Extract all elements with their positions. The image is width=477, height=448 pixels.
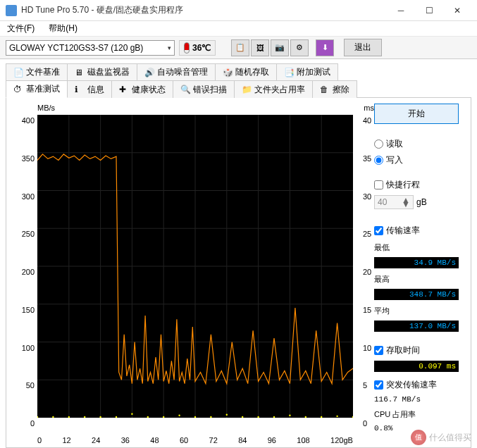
- content: MB/s ms 050100150200250300350400 0510152…: [6, 97, 471, 448]
- svg-point-16: [37, 416, 38, 418]
- svg-point-20: [99, 416, 101, 418]
- svg-point-34: [321, 416, 322, 418]
- close-button[interactable]: ✕: [443, 1, 471, 20]
- menu-help[interactable]: 帮助(H): [44, 21, 82, 36]
- max-label: 最高: [374, 274, 459, 285]
- copy-screenshot-button[interactable]: 🖼: [251, 39, 269, 56]
- svg-point-31: [273, 416, 275, 418]
- trash-icon: 🗑: [320, 85, 330, 94]
- dropdown-icon: ▾: [168, 44, 171, 51]
- svg-point-22: [131, 413, 132, 414]
- start-button[interactable]: 开始: [374, 104, 459, 124]
- drive-name: GLOWAY YCT120GS3-S7 (120 gB): [9, 43, 143, 53]
- temperature-badge: 36℃: [179, 40, 216, 56]
- transfer-rate-row[interactable]: 传输速率: [374, 225, 459, 237]
- svg-point-18: [68, 416, 70, 418]
- svg-point-32: [289, 415, 290, 416]
- chart-plot-area: [37, 115, 353, 418]
- tab-folder-usage[interactable]: 📁文件夹占用率: [234, 80, 313, 98]
- cpu-value: 0.8%: [374, 424, 459, 433]
- x-axis: 01224364860728496108120gB: [37, 436, 353, 444]
- toolbar: GLOWAY YCT120GS3-S7 (120 gB) ▾ 36℃ 📋 🖼 📷…: [0, 37, 477, 59]
- min-label: 最低: [374, 242, 459, 253]
- burst-value: 116.7 MB/s: [374, 395, 459, 404]
- tab-benchmark[interactable]: ⏱基准测试: [6, 80, 68, 98]
- max-value: 348.7 MB/s: [374, 289, 459, 300]
- svg-point-25: [178, 415, 180, 416]
- svg-point-33: [305, 416, 306, 418]
- minimize-button[interactable]: ─: [387, 1, 415, 20]
- info-icon: ℹ: [75, 85, 85, 94]
- spinner-arrows-icon: ▲▼: [402, 198, 410, 206]
- shortstroke-spinner-row: 40 ▲▼ gB: [374, 195, 459, 209]
- svg-point-23: [147, 416, 149, 418]
- shortstroke-spinner[interactable]: 40 ▲▼: [374, 195, 414, 209]
- y-axis-right: 0510152025303540: [361, 111, 380, 421]
- y-left-label: MB/s: [37, 104, 55, 112]
- file-icon: 📄: [13, 68, 23, 77]
- cpu-label: CPU 占用率: [374, 409, 459, 420]
- magnify-icon: 🔍: [180, 85, 190, 94]
- tab-file-benchmark[interactable]: 📄文件基准: [6, 63, 68, 80]
- tab-row-1: 📄文件基准 🖥磁盘监视器 🔊自动噪音管理 🎲随机存取 📑附加测试: [6, 63, 471, 80]
- list-icon: 📑: [284, 68, 294, 77]
- tab-info[interactable]: ℹ信息: [67, 80, 112, 98]
- avg-value: 137.0 MB/s: [374, 321, 459, 332]
- svg-point-27: [210, 416, 211, 418]
- save-button[interactable]: ⬇: [316, 39, 334, 56]
- app-icon: [6, 5, 17, 16]
- health-icon: ✚: [119, 85, 129, 94]
- svg-point-36: [352, 416, 353, 418]
- titlebar: HD Tune Pro 5.70 - 硬盘/固态硬盘实用程序 ─ ☐ ✕: [0, 0, 477, 21]
- tab-extra-tests[interactable]: 📑附加测试: [276, 63, 338, 80]
- burst-row[interactable]: 突发传输速率: [374, 379, 459, 391]
- speaker-icon: 🔊: [144, 68, 154, 77]
- copy-info-button[interactable]: 📋: [231, 39, 249, 56]
- menubar: 文件(F) 帮助(H): [0, 21, 477, 37]
- monitor-icon: 🖥: [75, 68, 85, 77]
- menu-file[interactable]: 文件(F): [3, 21, 39, 36]
- options-button[interactable]: ⚙: [290, 39, 309, 56]
- temperature-value: 36℃: [192, 43, 211, 53]
- access-value: 0.097 ms: [374, 361, 459, 372]
- avg-label: 平均: [374, 306, 459, 316]
- svg-point-26: [194, 416, 196, 418]
- svg-point-17: [52, 416, 54, 418]
- svg-point-30: [257, 416, 259, 418]
- window-title: HD Tune Pro 5.70 - 硬盘/固态硬盘实用程序: [21, 4, 387, 16]
- folder-icon: 📁: [242, 85, 252, 94]
- speedometer-icon: ⏱: [13, 85, 23, 94]
- tab-error-scan[interactable]: 🔍错误扫描: [173, 80, 235, 98]
- side-panel: 开始 读取 写入 快捷行程 40 ▲▼ gB 传输速率 最低 34.9 MB/s…: [374, 104, 459, 442]
- access-time-row[interactable]: 存取时间: [374, 344, 459, 356]
- y-axis-left: 050100150200250300350400: [15, 111, 36, 421]
- screenshot-button[interactable]: 📷: [271, 39, 289, 56]
- tab-random-access[interactable]: 🎲随机存取: [215, 63, 277, 80]
- drive-select[interactable]: GLOWAY YCT120GS3-S7 (120 gB) ▾: [6, 40, 175, 56]
- svg-point-29: [242, 416, 243, 418]
- maximize-button[interactable]: ☐: [415, 1, 443, 20]
- tab-row-2: ⏱基准测试 ℹ信息 ✚健康状态 🔍错误扫描 📁文件夹占用率 🗑擦除: [6, 80, 471, 98]
- tab-aam[interactable]: 🔊自动噪音管理: [137, 63, 216, 80]
- tab-disk-monitor[interactable]: 🖥磁盘监视器: [67, 63, 137, 80]
- tab-health[interactable]: ✚健康状态: [111, 80, 173, 98]
- svg-point-24: [163, 416, 164, 418]
- shortstroke-row[interactable]: 快捷行程: [374, 179, 459, 191]
- svg-point-35: [336, 416, 337, 417]
- toolbar-buttons: 📋 🖼 📷 ⚙ ⬇: [231, 39, 334, 56]
- tab-erase[interactable]: 🗑擦除: [312, 80, 357, 98]
- min-value: 34.9 MB/s: [374, 257, 459, 268]
- dice-icon: 🎲: [223, 68, 233, 77]
- read-radio-row[interactable]: 读取: [374, 138, 459, 150]
- chart: MB/s ms 050100150200250300350400 0510152…: [15, 104, 367, 442]
- write-radio-row[interactable]: 写入: [374, 154, 459, 166]
- svg-point-21: [116, 416, 117, 418]
- thermometer-icon: [184, 42, 190, 54]
- tabs: 📄文件基准 🖥磁盘监视器 🔊自动噪音管理 🎲随机存取 📑附加测试 ⏱基准测试 ℹ…: [0, 59, 477, 98]
- exit-button[interactable]: 退出: [344, 39, 382, 56]
- svg-point-28: [226, 414, 228, 416]
- svg-point-19: [84, 416, 85, 418]
